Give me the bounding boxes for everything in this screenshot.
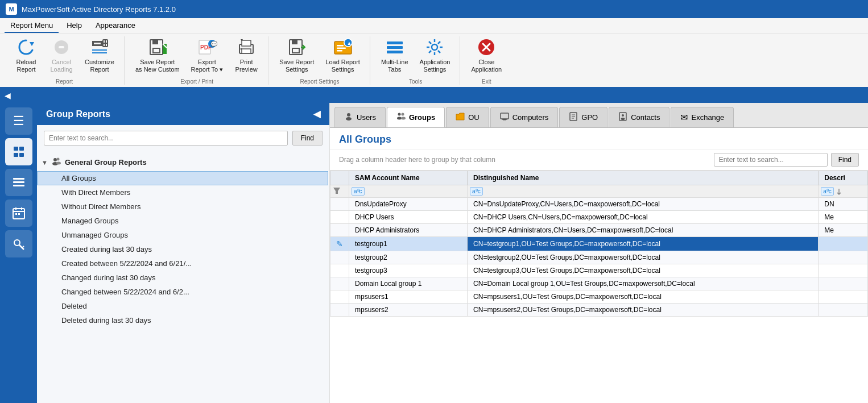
tools-buttons: Multi-LineTabs ApplicationSettings	[376, 36, 456, 76]
search-bar-right: Find	[714, 153, 859, 167]
report-search-input[interactable]	[714, 153, 828, 167]
tree-item-created-last-30[interactable]: Created during last 30 days	[37, 242, 328, 256]
export-buttons: Save Reportas New Custom PDF💬 ExportRepo…	[130, 36, 263, 76]
tree-item-without-direct-members[interactable]: Without Direct Members	[37, 200, 328, 214]
tab-contacts-label: Contacts	[631, 113, 660, 122]
tab-contacts[interactable]: Contacts	[609, 107, 669, 127]
sidebar-icon-key[interactable]	[5, 230, 32, 257]
menu-report-menu[interactable]: Report Menu	[5, 19, 59, 33]
tab-groups-label: Groups	[409, 113, 435, 122]
svg-rect-14	[153, 48, 160, 53]
svg-rect-11	[92, 52, 107, 53]
save-report-custom-label: Save Reportas New Custom	[135, 59, 180, 73]
print-icon	[236, 37, 257, 57]
export-report-button[interactable]: PDF💬 ExportReport To ▾	[186, 36, 229, 76]
data-table-container[interactable]: SAM Account Name Distinguished Name Desc…	[330, 171, 868, 403]
tree-item-all-groups[interactable]: All Groups	[37, 171, 328, 185]
sidebar-icon-tree[interactable]	[5, 138, 32, 165]
col-desc-header[interactable]: Descri	[819, 171, 868, 185]
table-row[interactable]: mpsusers1 CN=mpsusers1,OU=Test Groups,DC…	[330, 290, 868, 304]
tree-item-deleted-last-30[interactable]: Deleted during last 30 days	[37, 313, 328, 327]
table-row[interactable]: testgroup2 CN=testgroup2,OU=Test Groups,…	[330, 251, 868, 264]
table-row[interactable]: Domain Local group 1 CN=Domain Local gro…	[330, 277, 868, 290]
expand-icon: ▼	[42, 159, 48, 166]
toolbar: ReloadReport CancelLoading CustomizeRepo…	[0, 34, 868, 88]
tab-computers[interactable]: Computers	[490, 107, 559, 127]
table-row-selected[interactable]: ✎ testgroup1 CN=testgroup1,OU=Test Group…	[330, 237, 868, 251]
blue-bar: ◀	[0, 88, 868, 103]
table-row[interactable]: testgroup3 CN=testgroup3,OU=Test Groups,…	[330, 264, 868, 277]
report-buttons: ReloadReport CancelLoading CustomizeRepo…	[9, 36, 119, 76]
row-sam-2: DHCP Users	[349, 211, 468, 224]
row-desc-4	[819, 237, 868, 251]
tree-item-created-between[interactable]: Created between 5/22/2024 and 6/21/...	[37, 256, 328, 271]
col-dn-header[interactable]: Distinguished Name	[468, 171, 819, 185]
svg-point-69	[56, 162, 61, 165]
load-report-settings-button[interactable]: ▲ Load ReportSettings	[320, 36, 365, 76]
close-application-button[interactable]: CloseApplication	[466, 36, 507, 76]
blue-bar-arrow[interactable]: ◀	[5, 91, 11, 100]
edit-pencil-icon: ✎	[336, 239, 343, 248]
tab-exchange-label: Exchange	[691, 113, 724, 122]
tree-item-with-direct-members[interactable]: With Direct Members	[37, 185, 328, 200]
print-preview-button[interactable]: PrintPreview	[229, 36, 263, 76]
ou-tab-icon	[456, 112, 465, 123]
panel-collapse-btn[interactable]: ◀	[313, 109, 320, 119]
filter-sam-icon: aᴮc	[352, 187, 365, 196]
row-dn-4: CN=testgroup1,OU=Test Groups,DC=maxpower…	[468, 237, 819, 251]
tree-group-general-header[interactable]: ▼ General Group Reports	[37, 153, 328, 171]
menu-help[interactable]: Help	[61, 19, 88, 33]
tree-item-deleted[interactable]: Deleted	[37, 299, 328, 313]
application-settings-button[interactable]: ApplicationSettings	[415, 36, 456, 76]
row-edit-4[interactable]: ✎	[330, 237, 349, 251]
tab-gpo[interactable]: GPO	[559, 107, 607, 127]
table-row[interactable]: DHCP Users CN=DHCP Users,CN=Users,DC=max…	[330, 211, 868, 224]
tree-item-changed-last-30[interactable]: Changed during last 30 days	[37, 271, 328, 285]
customize-icon	[89, 37, 110, 57]
panel-search-input[interactable]	[44, 131, 288, 146]
tab-exchange[interactable]: ✉ Exchange	[671, 107, 734, 127]
customize-report-button[interactable]: CustomizeReport	[80, 36, 119, 76]
load-settings-icon: ▲	[333, 37, 353, 57]
row-edit-3	[330, 224, 349, 237]
svg-point-70	[347, 113, 350, 117]
multi-line-tabs-button[interactable]: Multi-LineTabs	[376, 36, 414, 76]
row-desc-5	[819, 251, 868, 264]
col-sam-header[interactable]: SAM Account Name	[349, 171, 468, 185]
svg-point-63	[14, 240, 20, 246]
svg-rect-32	[337, 45, 344, 47]
tree-item-unmanaged-groups[interactable]: Unmanaged Groups	[37, 228, 328, 242]
save-report-settings-button[interactable]: Save ReportSettings	[274, 36, 319, 76]
load-report-settings-label: Load ReportSettings	[325, 59, 360, 73]
tab-groups[interactable]: Groups	[387, 107, 445, 127]
table-row[interactable]: DnsUpdateProxy CN=DnsUpdateProxy,CN=User…	[330, 198, 868, 211]
toolbar-group-exit: CloseApplication Exit	[461, 36, 511, 85]
sidebar-icon-list[interactable]	[5, 169, 32, 196]
row-sam-8: mpsusers1	[349, 290, 468, 304]
menu-appearance[interactable]: Appearance	[90, 19, 141, 33]
filter-desc[interactable]: aᴮc	[819, 185, 868, 198]
svg-rect-6	[92, 44, 102, 46]
cancel-loading-button[interactable]: CancelLoading	[44, 36, 78, 76]
svg-rect-50	[14, 147, 18, 151]
reload-report-button[interactable]: ReloadReport	[9, 36, 43, 76]
table-row[interactable]: mpsusers2 CN=mpsusers2,OU=Test Groups,DC…	[330, 304, 868, 317]
table-row[interactable]: DHCP Administrators CN=DHCP Administrato…	[330, 224, 868, 237]
tree-item-changed-between[interactable]: Changed between 5/22/2024 and 6/2...	[37, 285, 328, 299]
filter-sam[interactable]: aᴮc	[349, 185, 468, 198]
filter-dn[interactable]: aᴮc	[468, 185, 819, 198]
svg-point-74	[397, 117, 402, 120]
row-dn-5: CN=testgroup2,OU=Test Groups,DC=maxpower…	[468, 251, 819, 264]
tab-ou[interactable]: OU	[446, 107, 489, 127]
save-settings-icon	[287, 37, 307, 57]
tab-users[interactable]: Users	[334, 107, 386, 127]
groups-tab-icon	[396, 111, 406, 123]
save-report-custom-button[interactable]: Save Reportas New Custom	[130, 36, 185, 76]
sidebar-icon-calendar[interactable]	[5, 200, 32, 227]
tab-bar: Users Groups OU Computers	[330, 103, 868, 128]
tree-item-managed-groups[interactable]: Managed Groups	[37, 214, 328, 228]
sidebar-icon-hamburger[interactable]: ☰	[5, 107, 32, 135]
svg-marker-86	[333, 188, 340, 194]
report-find-button[interactable]: Find	[831, 153, 859, 167]
panel-find-button[interactable]: Find	[292, 131, 323, 146]
